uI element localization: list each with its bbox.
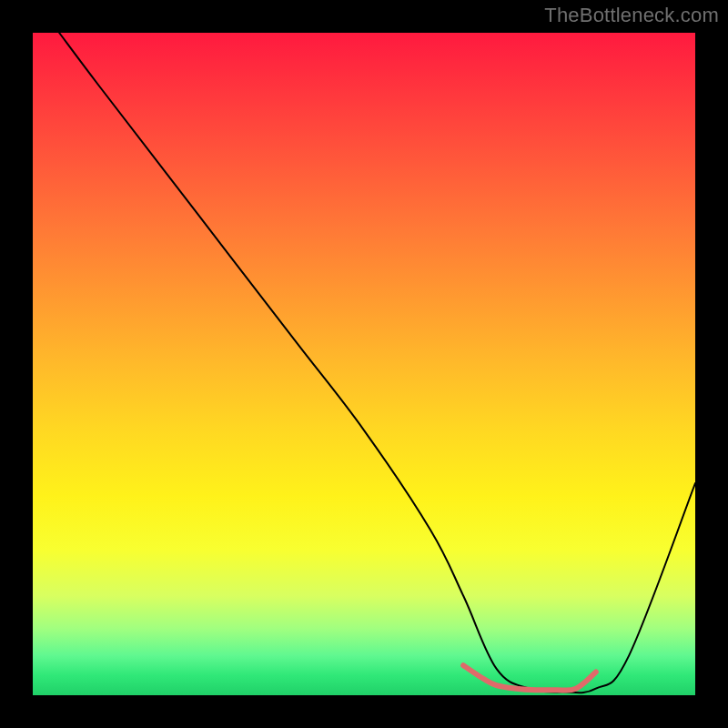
plot-area bbox=[33, 33, 695, 695]
watermark-text: TheBottleneck.com bbox=[544, 4, 719, 27]
bottleneck-curve bbox=[59, 33, 695, 693]
chart-svg bbox=[33, 33, 695, 695]
chart-container: TheBottleneck.com bbox=[0, 0, 728, 728]
optimal-zone bbox=[463, 665, 596, 690]
